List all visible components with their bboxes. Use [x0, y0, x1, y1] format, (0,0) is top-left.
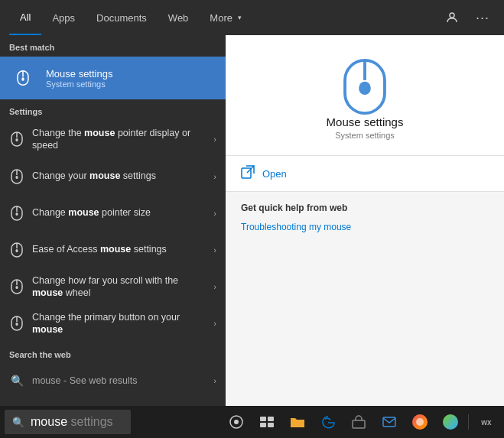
mouse-large-icon — [342, 58, 388, 115]
svg-rect-21 — [16, 323, 18, 326]
taskbar-mail-icon[interactable] — [375, 407, 404, 436]
tab-web[interactable]: Web — [158, 0, 200, 35]
chevron-right-icon-4: › — [213, 245, 216, 255]
svg-rect-15 — [16, 249, 18, 252]
taskbar-placeholder: settings — [67, 415, 113, 428]
mouse-settings-icon — [9, 64, 37, 92]
svg-rect-18 — [16, 286, 18, 289]
web-search-item[interactable]: 🔍 mouse - See web results › — [0, 364, 226, 397]
web-search-text: mouse - See web results — [32, 375, 206, 386]
chevron-right-icon-3: › — [213, 209, 216, 218]
svg-point-28 — [234, 420, 239, 424]
top-nav-bar: All Apps Documents Web More ▾ ··· — [0, 0, 504, 35]
taskbar-query: mouse — [31, 415, 67, 428]
best-match-subtitle: System settings — [46, 79, 112, 89]
web-query: mouse — [32, 375, 61, 386]
svg-rect-32 — [268, 423, 274, 427]
taskbar-search-icon: 🔍 — [12, 417, 24, 428]
settings-item-scroll[interactable]: Change how far you scroll with the mouse… — [0, 268, 226, 306]
mouse-icon-4 — [9, 242, 24, 258]
left-panel: Best match Mouse settings System setting… — [0, 35, 226, 406]
svg-rect-34 — [383, 417, 395, 427]
svg-rect-6 — [16, 138, 18, 141]
taskbar-icon-orange[interactable] — [405, 407, 434, 436]
right-panel-title: Mouse settings — [327, 115, 404, 128]
more-options-icon[interactable]: ··· — [470, 5, 495, 30]
nav-tabs: All Apps Documents Web More ▾ — [9, 0, 440, 35]
best-match-title: Mouse settings — [46, 68, 112, 79]
right-panel-subtitle: System settings — [335, 131, 395, 140]
settings-item-ease-access[interactable]: Ease of Access mouse settings › — [0, 232, 226, 268]
open-label: Open — [262, 168, 287, 180]
settings-item-pointer-speed[interactable]: Change the mouse pointer display or spee… — [0, 121, 226, 158]
mouse-pointer-icon — [9, 131, 24, 147]
settings-item-text-primary-button: Change the primary button on your mouse — [32, 311, 206, 336]
svg-rect-3 — [21, 77, 24, 81]
tab-more[interactable]: More ▾ — [199, 0, 252, 35]
settings-item-text-ease-access: Ease of Access mouse settings — [32, 243, 206, 255]
settings-item-text-mouse-settings: Change your mouse settings — [32, 170, 206, 182]
svg-rect-29 — [260, 417, 266, 421]
chevron-down-icon: ▾ — [238, 14, 242, 21]
taskbar-folder-icon[interactable] — [283, 407, 312, 436]
taskbar-view-icon[interactable] — [252, 407, 281, 436]
best-match-text: Mouse settings System settings — [46, 68, 112, 89]
web-suffix: - See web results — [61, 375, 138, 386]
open-icon — [241, 165, 255, 182]
open-row[interactable]: Open — [226, 156, 504, 192]
taskbar-logo: wx — [472, 407, 501, 436]
right-top: Mouse settings System settings — [226, 35, 504, 156]
taskbar-edge-icon[interactable] — [314, 407, 343, 436]
help-link-troubleshoot[interactable]: Troubleshooting my mouse — [241, 219, 489, 235]
right-panel: Mouse settings System settings Open Get … — [226, 35, 504, 406]
mouse-icon-3 — [9, 206, 24, 221]
taskbar-icons: wx — [222, 407, 504, 436]
mouse-icon-5 — [9, 279, 24, 294]
settings-label: Settings — [0, 99, 226, 121]
svg-rect-9 — [16, 176, 18, 179]
tab-apps[interactable]: Apps — [41, 0, 86, 35]
chevron-right-icon-2: › — [213, 172, 216, 181]
taskbar-store-icon[interactable] — [344, 407, 373, 436]
settings-item-text-pointer-speed: Change the mouse pointer display or spee… — [32, 127, 206, 152]
svg-rect-30 — [268, 417, 274, 421]
settings-item-mouse-settings[interactable]: Change your mouse settings › — [0, 158, 226, 195]
taskbar-start-icon[interactable] — [222, 407, 251, 436]
taskbar-separator — [468, 414, 469, 430]
taskbar-search-content: mouse settings — [31, 415, 113, 429]
svg-rect-12 — [16, 213, 18, 216]
help-title: Get quick help from web — [241, 203, 489, 213]
mouse-icon-2 — [9, 169, 24, 184]
chevron-right-icon-5: › — [213, 282, 216, 291]
taskbar: 🔍 mouse settings — [0, 406, 504, 438]
settings-item-text-scroll: Change how far you scroll with the mouse… — [32, 274, 206, 300]
help-section: Get quick help from web Troubleshooting … — [226, 192, 504, 239]
svg-rect-24 — [359, 82, 370, 95]
settings-item-primary-button[interactable]: Change the primary button on your mouse … — [0, 305, 226, 342]
main-content: Best match Mouse settings System setting… — [0, 35, 504, 406]
tab-documents[interactable]: Documents — [86, 0, 158, 35]
web-label: Search the web — [0, 342, 226, 364]
best-match-label: Best match — [0, 35, 226, 57]
settings-item-pointer-size[interactable]: Change mouse pointer size › — [0, 195, 226, 232]
chevron-right-icon-1: › — [213, 135, 216, 144]
svg-point-0 — [450, 13, 454, 18]
person-icon[interactable] — [440, 5, 464, 30]
best-match-item[interactable]: Mouse settings System settings — [0, 57, 226, 99]
svg-rect-33 — [353, 420, 365, 428]
topbar-icons: ··· — [440, 5, 495, 30]
chevron-right-icon-6: › — [213, 319, 216, 328]
chevron-right-icon-web: › — [213, 376, 216, 385]
taskbar-icon-purple[interactable] — [436, 407, 465, 436]
search-web-icon: 🔍 — [9, 375, 24, 387]
taskbar-search-bar[interactable]: 🔍 mouse settings — [5, 410, 131, 434]
settings-item-text-pointer-size: Change mouse pointer size — [32, 206, 206, 219]
tab-all[interactable]: All — [9, 0, 41, 35]
mouse-icon-6 — [9, 316, 24, 331]
svg-rect-31 — [260, 423, 266, 427]
